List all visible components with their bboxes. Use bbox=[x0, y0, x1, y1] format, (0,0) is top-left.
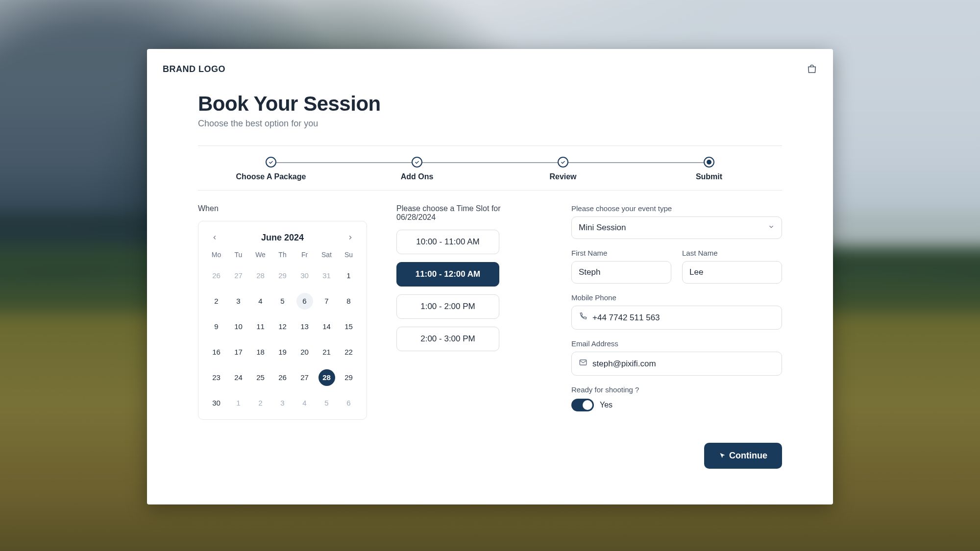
calendar-day[interactable]: 27 bbox=[230, 267, 247, 284]
first-name-label: First Name bbox=[571, 249, 671, 257]
brand-logo[interactable]: BRAND LOGO bbox=[163, 64, 225, 74]
calendar-day[interactable]: 31 bbox=[318, 267, 335, 284]
timeslot-list: 10:00 - 11:00 AM11:00 - 12:00 AM1:00 - 2… bbox=[396, 230, 499, 351]
calendar-day[interactable]: 14 bbox=[318, 318, 335, 335]
stepper-line bbox=[268, 162, 712, 163]
last-name-label: Last Name bbox=[682, 249, 782, 257]
step-3[interactable]: Review bbox=[490, 157, 636, 181]
phone-value: +44 7742 511 563 bbox=[592, 313, 775, 323]
calendar-day[interactable]: 8 bbox=[341, 293, 357, 310]
step-label: Choose A Package bbox=[236, 172, 306, 181]
calendar-day[interactable]: 29 bbox=[341, 369, 357, 386]
email-label: Email Address bbox=[571, 339, 782, 348]
calendar-day[interactable]: 5 bbox=[274, 293, 291, 310]
calendar-day[interactable]: 5 bbox=[318, 395, 335, 411]
check-icon bbox=[558, 157, 568, 168]
calendar-column: When June 2024 MoTuWeThFrSatSu2627282930… bbox=[198, 204, 367, 469]
check-icon bbox=[412, 157, 422, 168]
calendar-day[interactable]: 3 bbox=[230, 293, 247, 310]
calendar-prev-button[interactable] bbox=[208, 231, 221, 244]
calendar-grid: MoTuWeThFrSatSu2627282930311234567891011… bbox=[203, 251, 362, 411]
cursor-icon bbox=[719, 452, 726, 459]
calendar-day[interactable]: 18 bbox=[252, 344, 269, 360]
page-subtitle: Choose the best option for you bbox=[198, 119, 782, 129]
calendar-day[interactable]: 21 bbox=[318, 344, 335, 360]
timeslot-option[interactable]: 11:00 - 12:00 AM bbox=[396, 262, 499, 287]
mail-icon bbox=[579, 358, 588, 369]
calendar-day[interactable]: 9 bbox=[208, 318, 225, 335]
step-label: Submit bbox=[696, 172, 722, 181]
calendar-day[interactable]: 20 bbox=[296, 344, 313, 360]
continue-button-label: Continue bbox=[729, 451, 767, 461]
calendar-day[interactable]: 2 bbox=[252, 395, 269, 411]
timeslot-option[interactable]: 10:00 - 11:00 AM bbox=[396, 230, 499, 254]
calendar-day[interactable]: 1 bbox=[341, 267, 357, 284]
calendar-day[interactable]: 4 bbox=[296, 395, 313, 411]
calendar-day[interactable]: 24 bbox=[230, 369, 247, 386]
calendar-day[interactable]: 27 bbox=[296, 369, 313, 386]
calendar-day[interactable]: 1 bbox=[230, 395, 247, 411]
calendar-section-label: When bbox=[198, 204, 367, 213]
first-name-value: Steph bbox=[579, 267, 664, 277]
continue-button[interactable]: Continue bbox=[704, 443, 782, 469]
calendar-day[interactable]: 26 bbox=[208, 267, 225, 284]
ready-toggle[interactable] bbox=[571, 399, 594, 411]
calendar-day[interactable]: 11 bbox=[252, 318, 269, 335]
calendar-header: June 2024 bbox=[203, 228, 362, 251]
details-form: Please choose your event type Mini Sessi… bbox=[571, 204, 782, 469]
calendar-day[interactable]: 22 bbox=[341, 344, 357, 360]
step-label: Review bbox=[549, 172, 576, 181]
calendar-day[interactable]: 10 bbox=[230, 318, 247, 335]
last-name-input[interactable]: Lee bbox=[682, 261, 782, 284]
calendar-dow: Fr bbox=[294, 251, 316, 259]
event-type-value: Mini Session bbox=[579, 223, 626, 233]
calendar-dow: Tu bbox=[227, 251, 249, 259]
calendar-day[interactable]: 17 bbox=[230, 344, 247, 360]
calendar-day[interactable]: 15 bbox=[341, 318, 357, 335]
email-input[interactable]: steph@pixifi.com bbox=[571, 352, 782, 376]
shopping-bag-icon[interactable] bbox=[807, 64, 817, 74]
page-title: Book Your Session bbox=[198, 92, 782, 116]
calendar-day[interactable]: 30 bbox=[208, 395, 225, 411]
calendar-next-button[interactable] bbox=[344, 231, 357, 244]
timeslot-option[interactable]: 2:00 - 3:00 PM bbox=[396, 327, 499, 351]
calendar-dow: Th bbox=[271, 251, 294, 259]
last-name-value: Lee bbox=[689, 267, 775, 277]
calendar-dow: We bbox=[249, 251, 271, 259]
calendar-day[interactable]: 6 bbox=[296, 293, 313, 310]
chevron-down-icon bbox=[768, 223, 775, 233]
step-current-icon bbox=[704, 157, 714, 168]
event-type-select[interactable]: Mini Session bbox=[571, 216, 782, 239]
calendar-day[interactable]: 30 bbox=[296, 267, 313, 284]
calendar-day[interactable]: 7 bbox=[318, 293, 335, 310]
calendar-day[interactable]: 28 bbox=[318, 369, 335, 386]
content: Book Your Session Choose the best option… bbox=[163, 76, 817, 469]
calendar-day[interactable]: 23 bbox=[208, 369, 225, 386]
timeslot-section-label: Please choose a Time Slot for 06/28/2024 bbox=[396, 204, 542, 222]
step-1[interactable]: Choose A Package bbox=[198, 157, 344, 181]
form-body: When June 2024 MoTuWeThFrSatSu2627282930… bbox=[198, 204, 782, 469]
calendar-dow: Su bbox=[338, 251, 360, 259]
calendar-day[interactable]: 25 bbox=[252, 369, 269, 386]
calendar-day[interactable]: 28 bbox=[252, 267, 269, 284]
calendar-day[interactable]: 4 bbox=[252, 293, 269, 310]
check-icon bbox=[266, 157, 276, 168]
calendar-day[interactable]: 19 bbox=[274, 344, 291, 360]
step-2[interactable]: Add Ons bbox=[344, 157, 490, 181]
phone-icon bbox=[579, 312, 588, 323]
step-label: Add Ons bbox=[401, 172, 434, 181]
calendar-day[interactable]: 26 bbox=[274, 369, 291, 386]
booking-card: BRAND LOGO Book Your Session Choose the … bbox=[147, 49, 833, 504]
timeslot-option[interactable]: 1:00 - 2:00 PM bbox=[396, 294, 499, 319]
calendar-day[interactable]: 3 bbox=[274, 395, 291, 411]
calendar-day[interactable]: 29 bbox=[274, 267, 291, 284]
step-4[interactable]: Submit bbox=[636, 157, 782, 181]
calendar-day[interactable]: 2 bbox=[208, 293, 225, 310]
calendar-day[interactable]: 6 bbox=[341, 395, 357, 411]
calendar-day[interactable]: 12 bbox=[274, 318, 291, 335]
first-name-input[interactable]: Steph bbox=[571, 261, 671, 284]
phone-input[interactable]: +44 7742 511 563 bbox=[571, 306, 782, 330]
calendar-day[interactable]: 13 bbox=[296, 318, 313, 335]
calendar-day[interactable]: 16 bbox=[208, 344, 225, 360]
ready-toggle-value-label: Yes bbox=[600, 401, 612, 409]
